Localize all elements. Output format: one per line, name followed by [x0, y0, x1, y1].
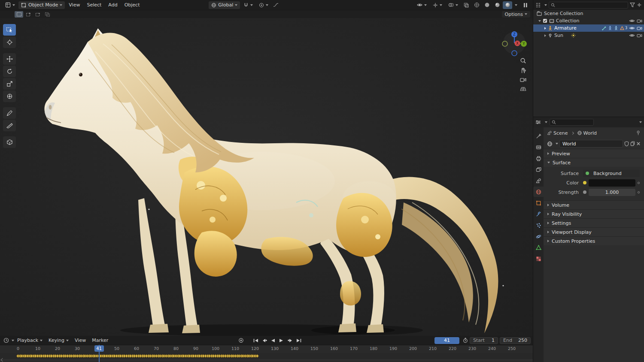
panel-ray-visibility-header[interactable]: Ray Visibility — [544, 209, 644, 218]
mode-dropdown[interactable]: Object Mode — [18, 1, 65, 9]
select-mode-extend-button[interactable] — [24, 11, 33, 18]
outliner-row-armature[interactable]: Armature 3 — [533, 24, 644, 32]
panel-volume-header[interactable]: Volume — [544, 200, 644, 209]
dropdown-caret[interactable] — [556, 143, 558, 145]
shading-material-button[interactable] — [492, 1, 502, 9]
editor-type-dropdown[interactable] — [3, 1, 18, 9]
camera-view-icon[interactable] — [518, 77, 528, 82]
menu-select[interactable]: Select — [84, 1, 104, 9]
snap-dropdown[interactable] — [241, 1, 255, 9]
tab-particles[interactable] — [533, 220, 544, 230]
shading-wireframe-button[interactable] — [472, 1, 481, 9]
properties-options-caret[interactable] — [639, 121, 642, 123]
tool-annotate[interactable] — [3, 107, 16, 119]
menu-timeline-view[interactable]: View — [72, 337, 89, 344]
timeline-ruler[interactable]: 0102030405060708090100110120130140150160… — [0, 345, 533, 353]
panel-surface-header[interactable]: Surface — [544, 158, 644, 167]
breadcrumb-scene[interactable]: Scene — [553, 130, 568, 136]
filter-funnel-icon[interactable] — [630, 3, 635, 7]
outliner-editor-icon[interactable] — [535, 3, 541, 8]
strength-value-slider[interactable]: 1.000 — [589, 189, 635, 196]
xray-toggle[interactable] — [462, 1, 471, 9]
object-type-visibility-dropdown[interactable] — [414, 1, 429, 9]
select-mode-intersect-button[interactable] — [43, 11, 52, 18]
disable-render-camera-icon[interactable] — [637, 26, 642, 30]
proportional-editing-dropdown[interactable] — [256, 1, 271, 9]
frame-start-field[interactable]: Start 1 — [470, 337, 498, 344]
tab-scene[interactable] — [533, 175, 544, 186]
current-frame-field[interactable]: 41 — [434, 337, 459, 344]
timeline-keyframe-area[interactable] — [0, 353, 533, 362]
transform-orientation-dropdown[interactable]: Global — [209, 1, 240, 9]
hide-eye-icon[interactable] — [629, 26, 635, 30]
surface-background-dropdown[interactable]: Background — [583, 170, 640, 177]
outliner-search[interactable] — [549, 2, 628, 9]
tool-select-box[interactable] — [3, 24, 16, 36]
auto-keying-toggle[interactable] — [237, 337, 246, 344]
shading-dropdown-caret[interactable] — [515, 4, 517, 6]
new-copy-icon[interactable] — [630, 141, 635, 146]
playhead-frame-chip[interactable]: 41 — [94, 345, 104, 352]
animate-decorator-dot[interactable] — [638, 182, 640, 184]
tab-output[interactable] — [533, 153, 544, 163]
panel-viewport-display-header[interactable]: Viewport Display — [544, 227, 644, 236]
disclosure-right-icon[interactable] — [544, 34, 546, 37]
pan-hand-icon[interactable] — [518, 67, 528, 74]
ortho-grid-icon[interactable] — [518, 86, 528, 91]
shading-rendered-button[interactable] — [503, 1, 512, 9]
tab-texture[interactable] — [533, 253, 544, 264]
stopwatch-icon[interactable] — [463, 338, 468, 343]
color-swatch-field[interactable] — [589, 179, 635, 187]
tab-world[interactable] — [533, 187, 544, 197]
next-keyframe-button[interactable] — [286, 337, 295, 344]
menu-playback[interactable]: Playback — [14, 337, 46, 344]
editor-pause-icon[interactable] — [521, 1, 530, 9]
panel-custom-properties-header[interactable]: Custom Properties — [544, 236, 644, 245]
disclosure-right-icon[interactable] — [544, 27, 546, 30]
timeline-editor-icon[interactable] — [2, 338, 10, 343]
animate-decorator-dot[interactable] — [638, 191, 640, 193]
menu-keying[interactable]: Keying — [46, 337, 72, 344]
prev-keyframe-button[interactable] — [260, 337, 269, 344]
properties-editor-icon[interactable] — [535, 120, 541, 125]
menu-marker[interactable]: Marker — [89, 337, 111, 344]
tab-view-layer[interactable] — [533, 164, 544, 175]
panel-preview-header[interactable]: Preview — [544, 149, 644, 158]
world-datablock-icon[interactable] — [547, 141, 553, 147]
viewport-3d[interactable]: Z Y X — [0, 18, 533, 336]
fake-user-shield-icon[interactable] — [624, 141, 629, 146]
hide-eye-icon[interactable] — [629, 33, 635, 38]
properties-search[interactable] — [550, 119, 594, 126]
menu-object[interactable]: Object — [122, 1, 143, 9]
tab-physics[interactable] — [533, 231, 544, 241]
tool-move[interactable] — [3, 53, 16, 65]
gizmos-dropdown[interactable] — [430, 1, 445, 9]
world-name-field[interactable]: World — [559, 140, 623, 148]
jump-to-start-button[interactable] — [252, 337, 260, 344]
menu-view[interactable]: View — [66, 1, 83, 9]
play-reverse-button[interactable] — [269, 337, 277, 344]
disclosure-down-icon[interactable] — [538, 20, 541, 22]
frame-end-field[interactable]: End 250 — [500, 337, 531, 344]
tool-measure[interactable] — [3, 120, 16, 131]
tool-rotate[interactable] — [3, 66, 16, 77]
outliner-row-collection[interactable]: Collection — [533, 17, 644, 24]
tab-object-data[interactable] — [533, 242, 544, 253]
pin-icon[interactable] — [636, 130, 641, 136]
panel-settings-header[interactable]: Settings — [544, 218, 644, 227]
menu-add[interactable]: Add — [105, 1, 120, 9]
tool-cursor[interactable] — [3, 36, 16, 48]
tab-render[interactable] — [533, 142, 544, 152]
hide-eye-icon[interactable] — [629, 18, 635, 23]
navigation-gizmo[interactable]: Z Y X — [501, 31, 527, 57]
select-mode-subtract-button[interactable] — [33, 11, 42, 18]
tab-modifiers[interactable] — [533, 209, 544, 219]
outliner-row-sun[interactable]: Sun — [533, 32, 644, 39]
outliner-search-input[interactable] — [557, 3, 626, 7]
dropdown-caret[interactable] — [545, 121, 547, 123]
outliner-row-scene-collection[interactable]: Scene Collection — [533, 10, 644, 17]
falloff-curve-icon[interactable] — [272, 3, 279, 7]
zoom-icon[interactable] — [518, 57, 528, 64]
disable-render-camera-icon[interactable] — [637, 33, 642, 38]
play-button[interactable] — [277, 337, 286, 344]
